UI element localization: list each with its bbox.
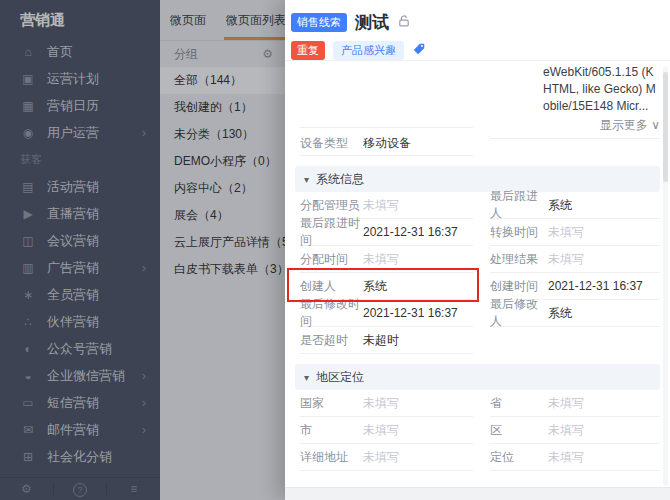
interest-tag: 产品感兴趣 bbox=[333, 41, 404, 60]
field-row: 分配时间 未填写 处理结果 未填写 bbox=[285, 246, 670, 273]
field-last-follower: 最后跟进人 系统 bbox=[490, 192, 660, 219]
field-empty bbox=[490, 327, 660, 354]
scrolled-field-area: eWebKit/605.1.15 (KHTML, like Gecko) Mob… bbox=[285, 61, 670, 156]
field-overtime: 是否超时 未超时 bbox=[300, 327, 473, 354]
scrollbar-thumb[interactable] bbox=[663, 72, 668, 182]
field-last-modifier: 最后修改人 系统 bbox=[490, 300, 660, 327]
field-location: 定位 未填写 bbox=[490, 444, 660, 471]
field-last-modify-time: 最后修改时间 2021-12-31 16:37 bbox=[300, 300, 473, 327]
lead-title: 测试 bbox=[355, 11, 389, 34]
duplicate-badge: 重复 bbox=[291, 41, 325, 60]
user-agent-value: eWebKit/605.1.15 (KHTML, like Gecko) Mob… bbox=[543, 64, 660, 115]
field-city: 市 未填写 bbox=[300, 417, 473, 444]
field-province: 省 未填写 bbox=[490, 390, 660, 417]
field-row: 最后修改时间 2021-12-31 16:37 最后修改人 系统 bbox=[285, 300, 670, 327]
field-convert-time: 转换时间 未填写 bbox=[490, 219, 660, 246]
lead-detail-drawer: 销售线索 测试 重复 产品感兴趣 eWebKit/605.1.15 (KHTML… bbox=[285, 0, 670, 500]
show-more-link[interactable]: 显示更多 ∨ bbox=[543, 117, 660, 134]
tag-icon[interactable] bbox=[412, 42, 426, 60]
field-address: 详细地址 未填写 bbox=[300, 444, 473, 471]
collapse-triangle-icon: ▾ bbox=[304, 372, 309, 383]
field-handle-result: 处理结果 未填写 bbox=[490, 246, 660, 273]
field-district: 区 未填写 bbox=[490, 417, 660, 444]
chevron-down-icon: ∨ bbox=[651, 118, 660, 132]
field-row: 最后跟进时间 2021-12-31 16:37 转换时间 未填写 bbox=[285, 219, 670, 246]
divider bbox=[490, 138, 660, 139]
unlock-icon[interactable] bbox=[397, 14, 411, 32]
field-device-type-value: 移动设备 bbox=[363, 135, 411, 152]
entity-type-badge: 销售线索 bbox=[291, 13, 347, 32]
field-row: 市 未填写 区 未填写 bbox=[285, 417, 670, 444]
divider bbox=[300, 155, 473, 156]
modal-overlay[interactable] bbox=[0, 0, 285, 500]
drawer-body: eWebKit/605.1.15 (KHTML, like Gecko) Mob… bbox=[285, 61, 670, 488]
field-row: 详细地址 未填写 定位 未填写 bbox=[285, 444, 670, 471]
divider bbox=[300, 127, 473, 128]
field-country: 国家 未填写 bbox=[300, 390, 473, 417]
section-title: 地区定位 bbox=[316, 369, 364, 386]
field-assign-time: 分配时间 未填写 bbox=[300, 246, 473, 273]
field-row: 是否超时 未超时 bbox=[285, 327, 670, 354]
section-header-region-location[interactable]: ▾ 地区定位 bbox=[295, 364, 660, 390]
field-row: 国家 未填写 省 未填写 bbox=[285, 390, 670, 417]
collapse-triangle-icon: ▾ bbox=[304, 174, 309, 185]
drawer-footer bbox=[285, 487, 670, 500]
drawer-header: 销售线索 测试 重复 产品感兴趣 bbox=[285, 0, 670, 61]
field-device-type-label: 设备类型 bbox=[300, 135, 348, 152]
section-title: 系统信息 bbox=[316, 171, 364, 188]
section-header-system-info[interactable]: ▾ 系统信息 bbox=[295, 166, 660, 192]
field-last-follow-time: 最后跟进时间 2021-12-31 16:37 bbox=[300, 219, 473, 246]
